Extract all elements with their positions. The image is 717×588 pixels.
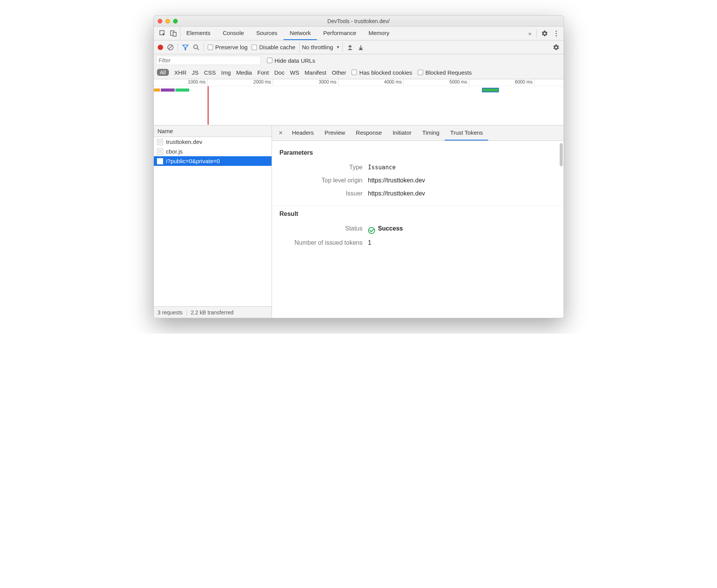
disable-cache-label: Disable cache bbox=[259, 44, 295, 50]
separator bbox=[536, 29, 537, 38]
inspect-icon[interactable] bbox=[159, 30, 166, 37]
tab-performance[interactable]: Performance bbox=[317, 27, 362, 40]
download-icon[interactable] bbox=[357, 44, 364, 51]
timeline[interactable]: 1000 ms2000 ms3000 ms4000 ms5000 ms6000 … bbox=[154, 79, 564, 125]
filter-type-other[interactable]: Other bbox=[332, 69, 347, 76]
timeline-bar bbox=[161, 89, 175, 92]
detail-value: https://trusttoken.dev bbox=[368, 177, 425, 184]
request-name: cbor.js bbox=[166, 148, 183, 155]
record-button[interactable] bbox=[158, 45, 163, 50]
filter-bar: Hide data URLs AllXHRJSCSSImgMediaFontDo… bbox=[154, 54, 564, 79]
timeline-bar bbox=[154, 89, 160, 92]
status-bar: 3 requests 2.2 kB transferred bbox=[154, 306, 272, 318]
filter-type-css[interactable]: CSS bbox=[204, 69, 216, 76]
detail-row: TypeIssuance bbox=[272, 161, 564, 174]
filter-type-all[interactable]: All bbox=[157, 69, 169, 76]
filter-type-xhr[interactable]: XHR bbox=[174, 69, 187, 76]
detail-value: 1 bbox=[368, 239, 372, 246]
disable-cache-checkbox[interactable]: Disable cache bbox=[252, 44, 295, 50]
detail-value: Issuance bbox=[368, 164, 396, 171]
detail-tabs: × HeadersPreviewResponseInitiatorTimingT… bbox=[272, 125, 564, 141]
detail-tab-preview[interactable]: Preview bbox=[319, 125, 350, 140]
tab-network[interactable]: Network bbox=[283, 27, 317, 40]
filter-toggle-icon[interactable] bbox=[182, 44, 189, 51]
detail-value: Success bbox=[368, 225, 403, 233]
throttling-label: No throttling bbox=[302, 44, 333, 50]
preserve-log-checkbox[interactable]: Preserve log bbox=[208, 44, 248, 50]
svg-point-5 bbox=[555, 35, 557, 36]
timeline-tick: 5000 ms bbox=[446, 79, 469, 86]
filter-type-ws[interactable]: WS bbox=[290, 69, 299, 76]
request-list: Name trusttoken.devcbor.jsi?public=0&pri… bbox=[154, 125, 272, 318]
has-blocked-cookies-checkbox[interactable]: Has blocked cookies bbox=[352, 69, 412, 76]
timeline-tick: 6000 ms bbox=[512, 79, 535, 86]
titlebar: DevTools - trusttoken.dev/ bbox=[154, 16, 564, 27]
svg-line-9 bbox=[197, 48, 199, 50]
request-row[interactable]: i?public=0&private=0 bbox=[154, 156, 272, 166]
detail-row: Top level originhttps://trusttoken.dev bbox=[272, 174, 564, 187]
tab-console[interactable]: Console bbox=[217, 27, 250, 40]
request-name: trusttoken.dev bbox=[166, 139, 202, 145]
blocked-requests-checkbox[interactable]: Blocked Requests bbox=[418, 69, 472, 76]
separator bbox=[187, 309, 187, 316]
timeline-tick: 2000 ms bbox=[250, 79, 273, 86]
timeline-tick: 3000 ms bbox=[315, 79, 338, 86]
parameters-section: Parameters TypeIssuanceTop level originh… bbox=[272, 145, 564, 206]
main-tabbar: ElementsConsoleSourcesNetworkPerformance… bbox=[154, 27, 564, 40]
svg-line-7 bbox=[168, 45, 172, 49]
clear-icon[interactable] bbox=[167, 44, 174, 51]
transferred-size: 2.2 kB transferred bbox=[191, 309, 233, 316]
scrollbar[interactable] bbox=[560, 143, 563, 166]
filter-type-doc[interactable]: Doc bbox=[274, 69, 285, 76]
timeline-bar bbox=[482, 88, 499, 92]
separator bbox=[178, 43, 178, 52]
detail-tab-timing[interactable]: Timing bbox=[417, 125, 445, 140]
filter-type-media[interactable]: Media bbox=[236, 69, 252, 76]
request-row[interactable]: cbor.js bbox=[154, 147, 272, 156]
filter-type-manifest[interactable]: Manifest bbox=[305, 69, 327, 76]
request-name: i?public=0&private=0 bbox=[166, 158, 220, 164]
requests-count: 3 requests bbox=[158, 309, 183, 316]
request-detail: × HeadersPreviewResponseInitiatorTimingT… bbox=[272, 125, 564, 318]
svg-point-3 bbox=[555, 30, 557, 32]
detail-key: Status bbox=[280, 225, 368, 233]
timeline-tick: 1000 ms bbox=[185, 79, 208, 86]
file-icon bbox=[157, 158, 163, 164]
request-row[interactable]: trusttoken.dev bbox=[154, 137, 272, 147]
throttling-dropdown[interactable]: No throttling ▼ bbox=[299, 42, 343, 52]
separator bbox=[203, 43, 204, 52]
filter-input[interactable] bbox=[156, 56, 261, 65]
timeline-bar bbox=[175, 89, 189, 92]
more-icon[interactable] bbox=[553, 30, 560, 37]
hide-data-urls-checkbox[interactable]: Hide data URLs bbox=[267, 57, 315, 64]
upload-icon[interactable] bbox=[347, 44, 353, 51]
detail-key: Type bbox=[280, 164, 368, 171]
close-detail-button[interactable]: × bbox=[275, 129, 287, 137]
filter-type-js[interactable]: JS bbox=[192, 69, 199, 76]
detail-tab-trust-tokens[interactable]: Trust Tokens bbox=[445, 125, 488, 140]
detail-value: https://trusttoken.dev bbox=[368, 190, 425, 197]
network-settings-icon[interactable] bbox=[553, 44, 560, 51]
detail-tab-headers[interactable]: Headers bbox=[287, 125, 319, 140]
filter-type-img[interactable]: Img bbox=[221, 69, 231, 76]
result-heading: Result bbox=[272, 208, 564, 222]
detail-row: Number of issued tokens1 bbox=[272, 236, 564, 249]
network-toolbar: Preserve log Disable cache No throttling… bbox=[154, 40, 564, 54]
detail-tab-initiator[interactable]: Initiator bbox=[387, 125, 417, 140]
svg-rect-2 bbox=[173, 32, 176, 36]
tabs-overflow-icon[interactable]: » bbox=[529, 30, 532, 37]
device-toggle-icon[interactable] bbox=[170, 30, 177, 37]
detail-key: Top level origin bbox=[280, 177, 368, 184]
search-icon[interactable] bbox=[193, 44, 200, 51]
filter-type-font[interactable]: Font bbox=[257, 69, 269, 76]
name-column-header[interactable]: Name bbox=[154, 125, 272, 137]
dropdown-arrow-icon: ▼ bbox=[336, 45, 340, 49]
detail-tab-response[interactable]: Response bbox=[350, 125, 387, 140]
tab-sources[interactable]: Sources bbox=[250, 27, 283, 40]
tab-elements[interactable]: Elements bbox=[180, 27, 217, 40]
timeline-tick: 4000 ms bbox=[381, 79, 404, 86]
detail-row: Issuerhttps://trusttoken.dev bbox=[272, 187, 564, 200]
detail-body: Parameters TypeIssuanceTop level originh… bbox=[272, 141, 564, 318]
settings-icon[interactable] bbox=[541, 30, 548, 37]
tab-memory[interactable]: Memory bbox=[362, 27, 395, 40]
